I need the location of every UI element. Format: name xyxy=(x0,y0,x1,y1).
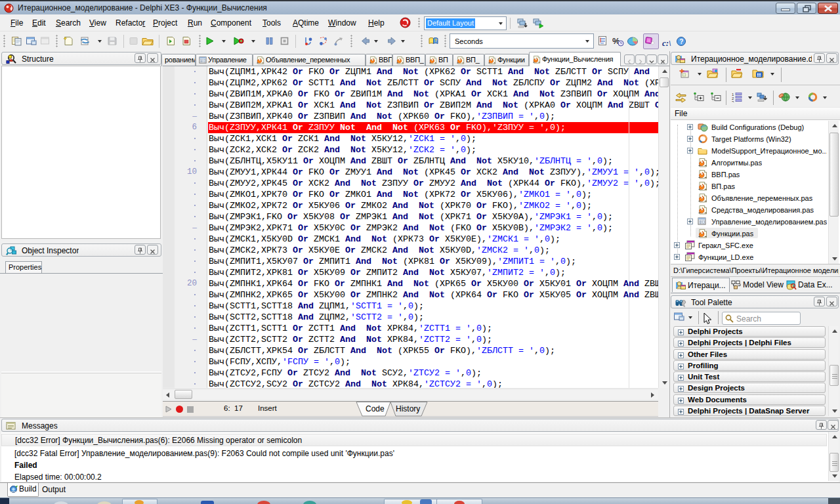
svg-text:?: ? xyxy=(434,38,437,43)
svg-text:?: ? xyxy=(679,38,683,45)
svg-text:History: History xyxy=(396,404,420,413)
svg-text:3: 3 xyxy=(732,100,734,102)
svg-text:Code: Code xyxy=(366,404,385,413)
